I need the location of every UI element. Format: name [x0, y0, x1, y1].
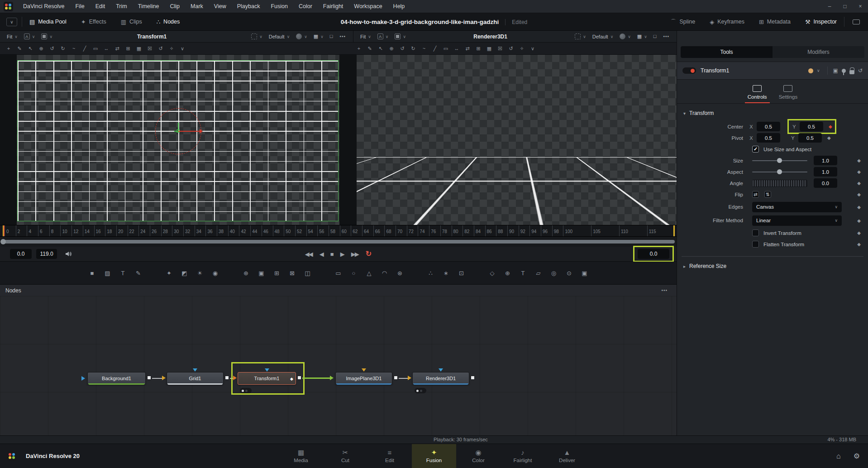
delete-tool[interactable]: ☒ — [495, 44, 505, 53]
rotate-ccw-tool[interactable]: ↺ — [47, 44, 57, 53]
loop-button[interactable]: ↻ — [366, 250, 372, 258]
magic-mask-tool[interactable]: ⊛ — [393, 267, 407, 278]
pan-tool[interactable]: ↔ — [452, 44, 462, 53]
right-channel-button[interactable]: A∨ — [374, 31, 392, 42]
draw-tool[interactable]: ✎ — [14, 44, 24, 53]
flip-vertical-button[interactable]: ⇅ — [764, 191, 771, 198]
clips-button[interactable]: ▥Clips — [114, 13, 149, 30]
dual-screen-icon[interactable] — [853, 19, 860, 24]
dissolve-tool[interactable]: ◫ — [301, 267, 315, 278]
node-enable-toggle[interactable] — [682, 67, 696, 74]
magic-wand-tool[interactable]: ✧ — [167, 44, 176, 53]
merge3d-tool[interactable]: ⊕ — [501, 267, 515, 278]
shape3d-tool[interactable]: ◇ — [486, 267, 499, 278]
size-slider[interactable] — [752, 158, 807, 164]
left-view-mode-button[interactable]: ∨ — [38, 31, 56, 42]
timeline-scrollbar[interactable] — [1, 240, 675, 244]
left-guides-button[interactable]: ▦∨ — [310, 31, 327, 42]
aspect-field[interactable]: 1.0 — [814, 167, 837, 177]
go-first-button[interactable]: ◀◀ — [305, 251, 312, 258]
imageplane-output[interactable] — [394, 376, 398, 380]
keyframes-button[interactable]: ◈Keyframes — [702, 13, 752, 30]
line-tool[interactable]: ╱ — [80, 44, 90, 53]
imageplane-material-input[interactable] — [362, 368, 366, 372]
page-fairlight[interactable]: ♪Fairlight — [501, 444, 545, 468]
go-last-button[interactable]: ▶▶ — [351, 251, 358, 258]
line-tool[interactable]: ╱ — [430, 44, 440, 53]
tracker-tool[interactable]: ⊕ — [386, 44, 396, 53]
versions-icon[interactable]: ▣ — [833, 67, 838, 74]
swap-inputs-tool[interactable]: ⇄ — [112, 44, 122, 53]
close-button[interactable]: × — [853, 3, 868, 10]
renderer3d-tool[interactable]: ▣ — [578, 267, 591, 278]
flatten-transform-checkbox[interactable] — [752, 241, 759, 248]
stop-button[interactable]: ■ — [330, 251, 333, 258]
reference-size-section-header[interactable]: ▸ Reference Size — [682, 256, 863, 274]
menu-item[interactable]: Timeline — [133, 3, 165, 10]
maximize-button[interactable]: □ — [837, 3, 853, 10]
camera3d-tool[interactable]: ◎ — [547, 267, 561, 278]
rotate-cw-tool[interactable]: ↻ — [408, 44, 418, 53]
pin-icon[interactable] — [842, 69, 846, 73]
page-edit[interactable]: ≡Edit — [367, 444, 412, 468]
inspector-button[interactable]: ⚒Inspector — [798, 13, 844, 30]
ellipse-mask-tool[interactable]: ○ — [347, 267, 361, 278]
menu-item[interactable]: Edit — [90, 3, 111, 10]
transform-output[interactable] — [297, 376, 301, 380]
node-graph[interactable]: Background1 Grid1 Transform1 ◆ ImagePlan… — [0, 296, 677, 435]
renderer-input[interactable] — [439, 368, 443, 372]
matte-control-tool[interactable]: ▣ — [255, 267, 268, 278]
tab-tools[interactable]: Tools — [681, 46, 773, 58]
center-y-field[interactable]: 0.5 — [800, 122, 823, 131]
channel-booleans-tool[interactable]: ⊠ — [286, 267, 299, 278]
pivot-y-field[interactable]: 0.5 — [798, 133, 822, 143]
right-viewer-canvas[interactable] — [357, 55, 677, 225]
right-split-view-button[interactable]: □ — [650, 31, 660, 42]
keyframe-diamond-icon[interactable]: ◆ — [827, 135, 831, 140]
fast-noise-tool[interactable]: ▨ — [101, 267, 114, 278]
reset-view-tool[interactable]: ↺ — [156, 44, 166, 53]
spline-button[interactable]: ⌒Spline — [663, 13, 702, 30]
keyframe-diamond-icon[interactable]: ◆ — [857, 218, 861, 223]
right-roi-button[interactable]: ∨ — [572, 31, 589, 42]
paint-tool[interactable]: ✎ — [132, 267, 145, 278]
keyframe-diamond-icon[interactable]: ◆ — [857, 192, 861, 197]
merge-tool[interactable]: ⊕ — [239, 267, 253, 278]
right-lut-dropdown[interactable]: Default∨ — [589, 31, 616, 42]
transform-version-pill[interactable] — [240, 388, 252, 393]
pan-tool[interactable]: ↔ — [101, 44, 111, 53]
keyframe-diamond-icon[interactable]: ◆ — [857, 230, 861, 235]
effects-button[interactable]: ✦Effects — [74, 13, 114, 30]
menu-item[interactable]: View — [209, 3, 232, 10]
menu-item[interactable]: Trim — [110, 3, 133, 10]
playhead[interactable] — [4, 225, 5, 236]
invert-transform-checkbox[interactable] — [752, 229, 759, 236]
right-view-mode-button[interactable]: ∨ — [391, 31, 409, 42]
rect-select-tool[interactable]: ▭ — [441, 44, 451, 53]
menu-item[interactable]: File — [70, 3, 90, 10]
page-color[interactable]: ◉Color — [456, 444, 501, 468]
reset-view-tool[interactable]: ↺ — [506, 44, 516, 53]
menu-item[interactable]: Workspace — [348, 3, 387, 10]
tab-controls[interactable]: Controls — [748, 85, 767, 103]
image-plane3d-tool[interactable]: ▱ — [532, 267, 545, 278]
play-reverse-button[interactable]: ◀ — [320, 251, 323, 258]
background-input-arrow[interactable] — [81, 376, 85, 381]
magic-wand-tool[interactable]: ✧ — [517, 44, 527, 53]
size-field[interactable]: 1.0 — [814, 156, 837, 165]
multi-merge-tool[interactable]: ⊞ — [270, 267, 284, 278]
pivot-x-field[interactable]: 0.5 — [757, 133, 780, 143]
left-viewer-canvas[interactable] — [17, 55, 339, 225]
keyframe-diamond-icon[interactable]: ◆ — [829, 124, 832, 129]
node-color-dropdown-icon[interactable]: ∨ — [817, 68, 820, 73]
right-viewer-options-icon[interactable]: ••• — [659, 34, 673, 39]
guides-tool[interactable]: ▦ — [484, 44, 494, 53]
nodes-button[interactable]: ∴Nodes — [149, 13, 187, 30]
left-zoom-dropdown[interactable]: Fit∨ — [4, 31, 21, 42]
tool-options-dropdown[interactable]: ∨ — [177, 44, 187, 53]
particle-emitter-tool[interactable]: ∴ — [424, 267, 438, 278]
keyframe-diamond-icon[interactable]: ◆ — [857, 181, 861, 186]
left-split-view-button[interactable]: □ — [327, 31, 336, 42]
flip-horizontal-button[interactable]: ⇄ — [752, 191, 759, 198]
select-tool[interactable]: ↖ — [376, 44, 386, 53]
